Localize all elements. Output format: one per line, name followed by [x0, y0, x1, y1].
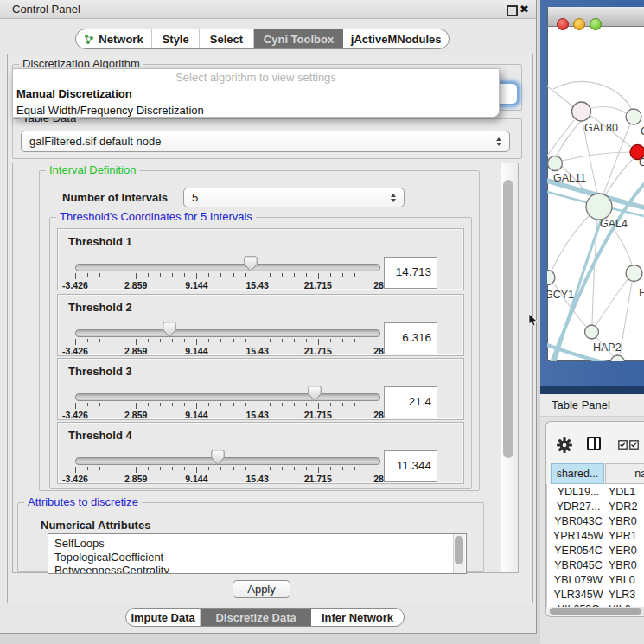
checkbox-checked-icon[interactable] [629, 440, 639, 450]
num-intervals-combobox[interactable]: 5 [183, 188, 405, 207]
slider-tick [342, 273, 343, 277]
slider-tick [367, 467, 367, 470]
slider-tick [318, 403, 319, 409]
axis-tick-label: -3.426 [49, 346, 101, 356]
tab-network[interactable]: Network [76, 29, 152, 48]
threshold-1-slider-thumb[interactable] [244, 256, 258, 272]
network-icon [84, 34, 94, 45]
slider-tick [136, 403, 137, 409]
table-row[interactable]: YBR043CYBR0 [547, 514, 644, 529]
node-top-right[interactable] [626, 109, 641, 124]
tab-jactivemnodules[interactable]: jActiveMNodules [343, 29, 449, 48]
slider-tick [258, 467, 258, 473]
node-gal4[interactable] [586, 194, 612, 220]
axis-tick-label: 2.859 [110, 280, 162, 290]
slider-tick [196, 339, 197, 345]
node-gcy1[interactable] [547, 271, 555, 285]
threshold-1-label: Threshold 1 [68, 235, 132, 248]
slider-tick [220, 273, 221, 277]
column-header-name[interactable]: name [605, 463, 644, 484]
threshold-4-slider-thumb[interactable] [211, 450, 225, 466]
network-graph: GAL80 GAL11 GAL4 GCY1 HAP2 H G C [547, 27, 644, 361]
threshold-3-slider-thumb[interactable] [308, 386, 322, 402]
horizontal-scrollbar-thumb[interactable] [550, 608, 641, 615]
tab-discretize-data[interactable]: Discretize Data [201, 609, 311, 626]
gear-icon[interactable] [557, 437, 572, 453]
slider-tick [220, 403, 221, 406]
node-gal11[interactable] [548, 156, 563, 171]
algorithm-dropdown-popup: Select algorithm to view settings Manual… [12, 68, 500, 118]
dropdown-option-equal-width[interactable]: Equal Width/Frequency Discretization [13, 102, 499, 118]
tab-label: Infer Network [322, 611, 393, 624]
list-item[interactable]: SelfLoops [48, 534, 466, 551]
close-icon[interactable]: ✖ [520, 0, 529, 19]
slider-tick [112, 339, 112, 342]
vertical-scrollbar-thumb[interactable] [503, 180, 513, 458]
list-item[interactable]: BetweennessCentrality [48, 564, 466, 574]
slider-tick [354, 339, 355, 342]
tab-select[interactable]: Select [200, 29, 253, 48]
axis-tick-label: 21.715 [292, 410, 344, 420]
tab-cyni-toolbox[interactable]: Cyni Toolbox [254, 29, 344, 48]
threshold-4-value-field[interactable]: 11.344 [384, 450, 437, 482]
table-row[interactable]: YDR27...YDR2 [547, 500, 644, 514]
node-right-mid[interactable] [626, 265, 642, 282]
threshold-3-slider-track[interactable] [75, 393, 380, 401]
threshold-2-slider-thumb[interactable] [163, 322, 176, 338]
float-window-icon[interactable] [507, 5, 518, 16]
slider-tick [270, 273, 271, 277]
dropdown-option-manual[interactable]: Manual Discretization [13, 86, 499, 102]
slider-tick [148, 273, 149, 277]
tab-impute-data[interactable]: Impute Data [126, 609, 201, 626]
table-row[interactable]: YBL079WYBL0 [547, 573, 644, 588]
node-hap2[interactable] [585, 325, 599, 339]
tab-style[interactable]: Style [152, 29, 200, 48]
slider-tick [330, 339, 331, 342]
slider-tick [258, 339, 258, 345]
slider-tick [354, 467, 355, 470]
column-header-shared-name[interactable]: shared... [551, 463, 604, 484]
tab-label: Select [210, 33, 243, 46]
tab-infer-network[interactable]: Infer Network [311, 609, 404, 626]
table-row[interactable]: YLR345WYLR3 [547, 588, 644, 603]
threshold-3-value-field[interactable]: 21.4 [384, 386, 437, 418]
threshold-1-slider-track[interactable] [75, 264, 380, 271]
threshold-4-slider-track[interactable] [75, 457, 380, 465]
slider-tick [294, 467, 295, 470]
network-canvas[interactable]: GAL80 GAL11 GAL4 GCY1 HAP2 H G C [547, 27, 644, 361]
axis-tick-label: -3.426 [49, 474, 101, 484]
threshold-2-value-field[interactable]: 6.316 [384, 322, 437, 354]
node-bottom[interactable] [611, 355, 625, 361]
axis-tick-label: 21.715 [292, 280, 344, 290]
slider-tick [258, 403, 258, 409]
slider-tick [87, 403, 88, 406]
slider-tick [136, 339, 137, 345]
slider-tick [136, 273, 137, 279]
table-row[interactable]: YBR045CYBR0 [547, 558, 644, 573]
slider-tick [233, 273, 234, 277]
apply-button[interactable]: Apply [233, 580, 290, 598]
slider-tick [367, 403, 367, 406]
slider-tick [306, 339, 307, 342]
table-row[interactable]: YDL19...YDL1 [547, 485, 644, 500]
threshold-1-value-field[interactable]: 14.713 [384, 257, 437, 289]
slider-tick [245, 273, 246, 277]
slider-tick [330, 467, 331, 470]
tab-label: Style [163, 33, 189, 46]
interval-definition-title: Interval Definition [46, 164, 139, 175]
list-scrollbar-thumb[interactable] [455, 536, 463, 564]
checkbox-checked-icon[interactable] [618, 440, 628, 450]
column-view-icon[interactable] [587, 437, 601, 450]
node-gal80[interactable] [572, 102, 591, 121]
threshold-2-slider-track[interactable] [75, 329, 380, 337]
table-data-combobox[interactable]: galFiltered.sif default node [21, 131, 510, 152]
network-window-titlebar[interactable] [547, 7, 644, 27]
num-intervals-value: 5 [192, 188, 198, 207]
table-row[interactable]: YER054CYER0 [547, 544, 644, 558]
table-row[interactable]: YPR145WYPR1 [547, 529, 644, 544]
slider-tick [75, 339, 76, 345]
bottom-tabbar: Impute Data Discretize Data Infer Networ… [125, 608, 405, 627]
node-label-hap2: HAP2 [593, 341, 622, 354]
list-item[interactable]: TopologicalCoefficient [48, 551, 466, 564]
slider-tick [99, 467, 100, 470]
